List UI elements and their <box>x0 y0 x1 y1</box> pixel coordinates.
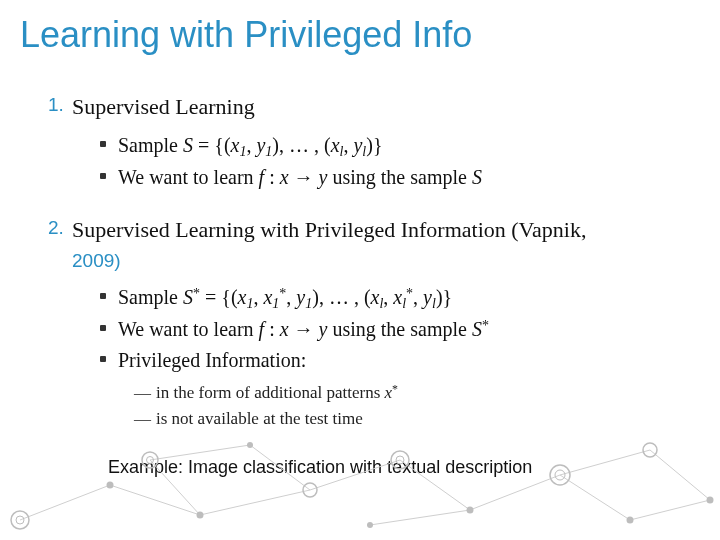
dash-item: in the form of additional patterns x* <box>134 380 690 406</box>
svg-line-1 <box>110 485 200 515</box>
bullet-item: Sample S* = {(x1, x1*, y1), … , (xl, xl*… <box>100 282 690 314</box>
svg-line-9 <box>470 475 560 510</box>
bullet-item: We want to learn f : x → y using the sam… <box>100 162 690 193</box>
slide-title: Learning with Privileged Info <box>0 0 720 62</box>
svg-point-22 <box>367 522 373 528</box>
svg-line-0 <box>20 485 110 520</box>
section-number: 2. <box>48 215 72 274</box>
slide: Learning with Privileged Info 1. Supervi… <box>0 0 720 540</box>
section-1: 1. Supervised Learning <box>48 92 690 122</box>
section-2-bullets: Sample S* = {(x1, x1*, y1), … , (xl, xl*… <box>48 282 690 376</box>
section-heading: Supervised Learning with Privileged Info… <box>72 215 690 274</box>
bullet-item: Sample S = {(x1, y1), … , (xl, yl)} <box>100 130 690 162</box>
svg-point-16 <box>107 482 114 489</box>
svg-line-10 <box>560 475 630 520</box>
bullet-item: We want to learn f : x → y using the sam… <box>100 314 690 345</box>
section-2-subbullets: in the form of additional patterns x* is… <box>48 380 690 431</box>
heading-text: Supervised Learning with Privileged Info… <box>72 217 586 242</box>
svg-point-19 <box>197 512 204 519</box>
bullet-item: Privileged Information: <box>100 345 690 376</box>
svg-point-15 <box>16 516 24 524</box>
slide-body: 1. Supervised Learning Sample S = {(x1, … <box>0 62 720 478</box>
dash-item: is not available at the test time <box>134 406 690 432</box>
heading-year: 2009) <box>72 250 121 271</box>
svg-point-14 <box>11 511 29 529</box>
svg-point-21 <box>303 483 317 497</box>
section-2: 2. Supervised Learning with Privileged I… <box>48 215 690 274</box>
svg-line-5 <box>200 490 310 515</box>
svg-line-8 <box>370 510 470 525</box>
section-number: 1. <box>48 92 72 122</box>
svg-line-13 <box>630 500 710 520</box>
svg-point-28 <box>627 517 634 524</box>
svg-point-25 <box>467 507 474 514</box>
section-1-bullets: Sample S = {(x1, y1), … , (xl, yl)} We w… <box>48 130 690 193</box>
example-text: Example: Image classification with textu… <box>108 457 690 478</box>
section-heading: Supervised Learning <box>72 92 690 122</box>
svg-point-30 <box>707 497 714 504</box>
